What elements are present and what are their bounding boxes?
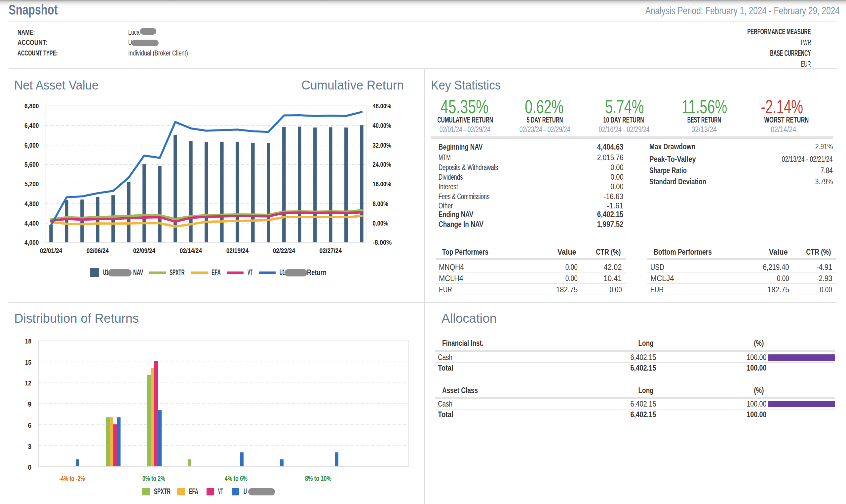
svg-text:02/22/24: 02/22/24 <box>273 247 296 254</box>
svg-text:40.00%: 40.00% <box>373 122 391 129</box>
svg-text:5,200: 5,200 <box>24 180 39 187</box>
svg-text:6: 6 <box>28 421 31 429</box>
svg-text:16.00%: 16.00% <box>373 180 391 187</box>
svg-text:02/19/24: 02/19/24 <box>226 247 249 254</box>
svg-text:24.00%: 24.00% <box>373 161 391 168</box>
svg-text:9: 9 <box>28 400 31 408</box>
svg-text:8% to 10%: 8% to 10% <box>305 474 332 483</box>
svg-text:-4% to -2%: -4% to -2% <box>59 474 85 483</box>
svg-text:6,400: 6,400 <box>24 122 39 129</box>
svg-text:6,800: 6,800 <box>24 102 39 110</box>
svg-text:-8.00%: -8.00% <box>373 238 392 246</box>
svg-text:4,000: 4,000 <box>24 238 39 246</box>
svg-text:02/27/24: 02/27/24 <box>320 247 342 254</box>
svg-text:15: 15 <box>25 358 31 366</box>
svg-text:48.00%: 48.00% <box>373 102 391 110</box>
svg-text:0% to 2%: 0% to 2% <box>142 474 165 483</box>
svg-text:4% to 6%: 4% to 6% <box>225 474 248 483</box>
svg-text:8.00%: 8.00% <box>373 200 389 208</box>
svg-text:32.00%: 32.00% <box>373 141 391 149</box>
svg-text:6,000: 6,000 <box>24 141 39 149</box>
svg-text:3: 3 <box>28 443 31 450</box>
svg-text:02/09/24: 02/09/24 <box>133 247 156 254</box>
svg-text:0.00%: 0.00% <box>373 219 389 227</box>
svg-text:02/14/24: 02/14/24 <box>180 247 202 254</box>
svg-text:5,600: 5,600 <box>24 161 39 168</box>
svg-text:02/01/24: 02/01/24 <box>40 247 63 254</box>
svg-text:4,800: 4,800 <box>24 200 39 208</box>
svg-text:02/06/24: 02/06/24 <box>87 247 109 254</box>
svg-text:0: 0 <box>28 463 31 471</box>
svg-text:12: 12 <box>25 379 31 387</box>
svg-text:4,400: 4,400 <box>24 219 39 227</box>
svg-text:18: 18 <box>25 337 31 345</box>
